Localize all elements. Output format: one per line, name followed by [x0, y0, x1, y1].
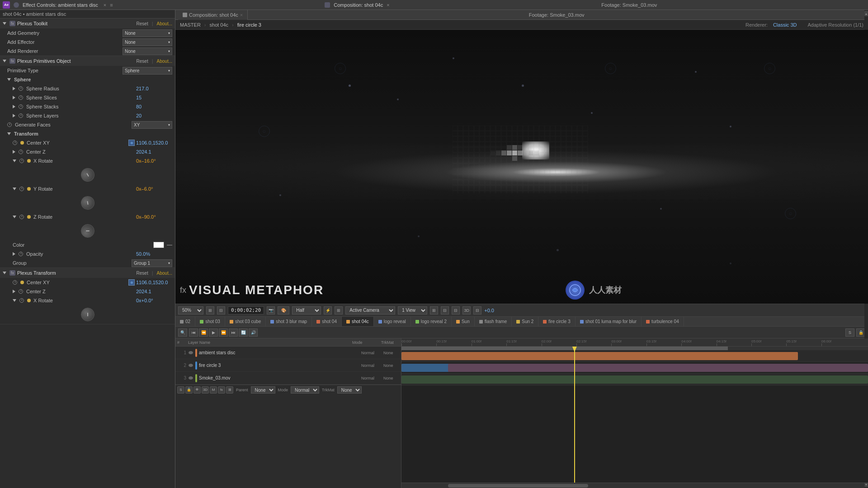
- effect-controls-scroll[interactable]: fx Plexus Toolkit Reset | About... Add G…: [0, 19, 175, 488]
- timeline-tab-shot-03-cube[interactable]: shot 03 cube: [225, 317, 266, 327]
- center-z-stopwatch[interactable]: [19, 150, 23, 154]
- playhead[interactable]: [574, 347, 575, 483]
- layer-shy-btn[interactable]: 👁: [193, 386, 201, 394]
- comp-tab-close[interactable]: ×: [240, 12, 243, 18]
- h-scrollbar-thumb[interactable]: [448, 484, 588, 488]
- z-rotate-knob[interactable]: [81, 224, 94, 238]
- layer-row-1[interactable]: 1 ambient stars disc Normal None: [175, 347, 401, 359]
- plexus-transform-header[interactable]: fx Plexus Transform Reset | About...: [0, 268, 175, 278]
- panel-menu-btn[interactable]: ≡: [110, 2, 113, 8]
- track-bar-1[interactable]: [401, 352, 798, 360]
- tl-play-last[interactable]: ⏭: [229, 328, 238, 337]
- nav-shot04c[interactable]: shot 04c: [210, 22, 229, 28]
- mode-select[interactable]: Normal: [291, 386, 319, 394]
- pt-x-rotate-knob[interactable]: [81, 308, 94, 321]
- pt-center-z-sw[interactable]: [19, 289, 23, 294]
- add-effector-dropdown[interactable]: None ▾: [123, 38, 172, 46]
- track-area[interactable]: [401, 347, 868, 483]
- transparency-btn[interactable]: ⊟: [473, 306, 481, 314]
- layer-motion-btn[interactable]: M: [210, 386, 217, 394]
- nav-fire-circle3[interactable]: fire circle 3: [237, 22, 261, 28]
- layer-fx-btn[interactable]: fx: [218, 386, 225, 394]
- timeline-tab-fire-circle-3[interactable]: fire circle 3: [538, 317, 575, 327]
- sphere-stacks-stopwatch[interactable]: [19, 104, 23, 109]
- timeline-scrollbar[interactable]: [401, 483, 868, 488]
- fit-view-btn[interactable]: ⊞: [206, 306, 214, 314]
- plexus-toolkit-header[interactable]: fx Plexus Toolkit Reset | About...: [0, 19, 175, 28]
- layer-row-2[interactable]: 2 fire circle 3 Normal None: [175, 359, 401, 372]
- group-dropdown[interactable]: Group 1 ▾: [132, 259, 172, 267]
- color-expand-btn[interactable]: —: [167, 242, 172, 248]
- comp-close[interactable]: ×: [387, 2, 389, 8]
- tl-play-first[interactable]: ⏮: [189, 328, 198, 337]
- safe-zones-btn[interactable]: ⊟: [217, 306, 225, 314]
- timeline-tab-shot-3-blur-map[interactable]: shot 3 blur map: [266, 317, 312, 327]
- tl-search-btn[interactable]: 🔍: [178, 328, 187, 337]
- layer-blend-btn[interactable]: ⊞: [226, 386, 233, 394]
- zoom-select[interactable]: 50%100%25%: [178, 306, 203, 314]
- grid-btn[interactable]: ⊞: [335, 306, 343, 314]
- primitive-type-dropdown[interactable]: Sphere ▾: [123, 67, 172, 75]
- tl-solo-mode[interactable]: S: [845, 328, 854, 337]
- comp-flowchart-btn[interactable]: ⊞: [430, 306, 438, 314]
- opacity-stopwatch[interactable]: [19, 252, 23, 256]
- track-1[interactable]: [401, 350, 868, 362]
- pt-x-rotate-sw[interactable]: [19, 298, 24, 303]
- tl-lock[interactable]: 🔒: [856, 328, 865, 337]
- snap-btn[interactable]: ⊟: [441, 306, 449, 314]
- layer-solo-btn[interactable]: S: [177, 386, 184, 394]
- timeline-tab-turbulence-04[interactable]: turbulence 04: [642, 317, 684, 327]
- track-bar-3[interactable]: [401, 375, 868, 384]
- timeline-tab-shot-03[interactable]: shot 03: [195, 317, 225, 327]
- panel-close-btn[interactable]: ×: [104, 2, 106, 8]
- 3d-draft-btn[interactable]: 3D: [462, 306, 471, 314]
- add-geometry-dropdown[interactable]: None ▾: [123, 29, 172, 37]
- nav-master[interactable]: MASTER: [180, 22, 201, 28]
- parent-select[interactable]: None: [251, 386, 275, 394]
- track-3[interactable]: [401, 374, 868, 385]
- timeline-tab-Sun[interactable]: Sun: [452, 317, 475, 327]
- transform-header[interactable]: Transform: [0, 129, 175, 138]
- timeline-tab-flash-frame[interactable]: flash frame: [475, 317, 512, 327]
- tl-audio-btn[interactable]: 🔊: [249, 328, 258, 337]
- motion-blur-btn[interactable]: ⊟: [452, 306, 460, 314]
- tl-play-next[interactable]: ⏩: [219, 328, 228, 337]
- timeline-tab-shot-01-luma-map-for-blur[interactable]: shot 01 luma map for blur: [576, 317, 642, 327]
- center-xy-stopwatch[interactable]: [13, 141, 17, 145]
- view-select[interactable]: 1 View2 Views: [398, 306, 427, 314]
- timeline-tab-02[interactable]: 02: [175, 317, 195, 327]
- layer-3d-btn[interactable]: 3D: [202, 386, 209, 394]
- camera-icon-btn[interactable]: 📷: [267, 306, 275, 314]
- layer-row-3[interactable]: 3 Smoke_03.mov Normal None: [175, 372, 401, 385]
- plexus-primitives-header[interactable]: fx Plexus Primitives Object Reset | Abou…: [0, 56, 175, 66]
- color-swatch[interactable]: [153, 242, 164, 248]
- y-rotate-stopwatch[interactable]: [19, 187, 24, 191]
- color-space-btn[interactable]: 🎨: [278, 306, 289, 314]
- layer-lock-btn[interactable]: 🔒: [185, 386, 193, 394]
- x-rotate-stopwatch[interactable]: [19, 159, 24, 163]
- tl-play-btn[interactable]: ▶: [209, 328, 218, 337]
- camera-select[interactable]: Active Camera: [345, 306, 395, 314]
- quality-select[interactable]: HalfFullQuarter: [292, 306, 321, 314]
- timeline-tab-Sun-2[interactable]: Sun 2: [512, 317, 538, 327]
- sphere-slices-stopwatch[interactable]: [19, 95, 23, 100]
- generate-faces-dropdown[interactable]: XY ▾: [132, 121, 172, 129]
- sphere-section-header[interactable]: Sphere: [0, 75, 175, 84]
- viewport[interactable]: Active Camera: [175, 30, 868, 304]
- timeline-tab-logo-reveal-2[interactable]: logo reveal 2: [411, 317, 452, 327]
- timeline-tab-shot-04c[interactable]: shot 04c: [342, 317, 374, 327]
- timeline-tab-shot-04[interactable]: shot 04: [312, 317, 342, 327]
- timecode[interactable]: 0;00;02;20: [228, 306, 264, 314]
- tl-play-prev[interactable]: ⏪: [199, 328, 208, 337]
- track-bar-2[interactable]: [401, 364, 868, 372]
- tl-ram-preview[interactable]: 🔄: [239, 328, 248, 337]
- layer-vis-2[interactable]: [188, 363, 193, 368]
- layer-vis-3[interactable]: [188, 375, 193, 381]
- layer-vis-1[interactable]: [188, 350, 193, 356]
- pt-center-xy-sw[interactable]: [13, 280, 17, 285]
- timeline-tab-logo-reveal[interactable]: logo reveal: [374, 317, 411, 327]
- trkmat-select[interactable]: None: [337, 386, 362, 394]
- track-2[interactable]: [401, 362, 868, 374]
- fast-preview-btn[interactable]: ⚡: [324, 306, 332, 314]
- gen-faces-stopwatch[interactable]: [7, 122, 12, 127]
